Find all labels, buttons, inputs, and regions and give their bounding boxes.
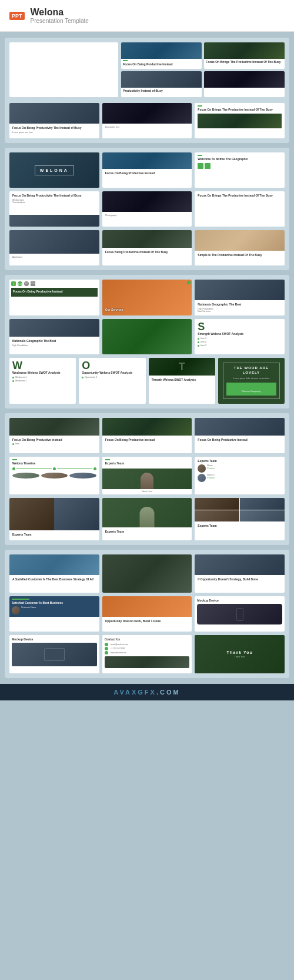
swot-o-letter: O bbox=[82, 360, 142, 371]
s3r1-2-title: Our Services bbox=[105, 308, 123, 312]
discover-btn[interactable]: Discover Geography bbox=[242, 390, 260, 393]
section4-row1: Focus On Being Productive Instead Item F… bbox=[9, 418, 285, 453]
s4r2-2-title: Experts Team bbox=[105, 461, 189, 466]
section5-row3: Mockup Device Contact Us email@welona.co… bbox=[9, 635, 285, 673]
slide-s4r2-2: Experts Team Name Here bbox=[102, 457, 192, 494]
slide-s3r1-1: ⚡ 4.5k 300 70% Focus On Being Productive… bbox=[9, 280, 99, 315]
slide-s3r2-3: S Strength Welona SWOT Analysis Item 1 I… bbox=[195, 319, 285, 354]
slide-s2r1-3: Welcome To Nofme The Geographic bbox=[195, 152, 285, 188]
thankyou-sub: Thank Yous bbox=[227, 656, 253, 658]
s2r2-3-title: Focus On Brings The Productive Instead O… bbox=[198, 194, 282, 198]
section-3: ⚡ 4.5k 300 70% Focus On Being Productive… bbox=[5, 275, 289, 408]
s3r3-1-title: Weakness Welona SWOT Analysis bbox=[12, 371, 73, 375]
s4r2-3-title: Experts Team bbox=[198, 459, 282, 463]
s5r3-2-title: Contact Us bbox=[105, 637, 190, 642]
preview1-title: Focus On Being Productive Instead bbox=[123, 62, 200, 67]
swot-s-letter: S bbox=[198, 321, 282, 332]
slide-s3r3-4: THE WOOD ARE LOVELY Lorem ipsum dolor si… bbox=[218, 358, 285, 403]
preview-4 bbox=[204, 71, 285, 98]
preview-3: Productivity Instead of Busy bbox=[121, 71, 202, 98]
section2-row2: Focus On Being Productivity The Instead … bbox=[9, 191, 285, 227]
preview3-title: Productivity Instead of Busy bbox=[123, 89, 200, 93]
slide-s5r3-2: Contact Us email@welona.com +1 234 567 8… bbox=[102, 635, 192, 673]
section4-row3: Experts Team Experts Team bbox=[9, 498, 285, 540]
slide-s5r1-1: A Satisfied Customer Is The Best Busines… bbox=[9, 554, 99, 593]
slide-s1r2-1: Focus On Being Productivity The Instead … bbox=[9, 103, 99, 138]
slide-s4r2-3: Experts Team Name Position Name 2 Positi… bbox=[195, 457, 285, 494]
slide-s3r2-1: Nationals Geographic The Best High Possi… bbox=[9, 319, 99, 354]
s3r3-3-title: Threath Welona SWOT Analysis bbox=[152, 378, 212, 382]
s5r2-1-title: Satisfied Customer Is Best Business bbox=[12, 601, 97, 605]
s1r2-1-title: Focus On Being Productivity The Instead … bbox=[12, 126, 96, 130]
slide-s2r3-1: AgriCulture bbox=[9, 230, 99, 265]
ppt-badge: PPT bbox=[9, 12, 25, 20]
s3r1-1-title: Focus On Being Productive Instead bbox=[13, 290, 96, 294]
avax-sub: .COM bbox=[156, 689, 181, 696]
slide-s2r2-1: Focus On Being Productivity The Instead … bbox=[9, 191, 99, 227]
header-title: Welona bbox=[31, 7, 89, 18]
s2r2-1-title: Focus On Being Productivity The Instead … bbox=[12, 194, 96, 198]
slide-s3r2-2 bbox=[102, 319, 192, 354]
slide-s5r2-3: Mockup Device bbox=[195, 596, 285, 632]
s3r3-2-title: Opportunity Welona SWOT Analysis bbox=[82, 371, 142, 375]
s4r2-1-title: Welona Timeline bbox=[12, 461, 96, 466]
s1r2-3-title: Focus On Brings The Productive Instead O… bbox=[198, 108, 282, 112]
slide-s2r3-3: Simple Is The Productive Instead Of The … bbox=[195, 230, 285, 265]
slide-s2r3-2: Focus Being Productive Instead Of The Bu… bbox=[102, 230, 192, 265]
section5-row1: A Satisfied Customer Is The Best Busines… bbox=[9, 554, 285, 593]
preview-2: Focus On Brings The Productive Instead O… bbox=[204, 42, 285, 69]
s5r3-1-title: Mockup Device bbox=[12, 637, 97, 642]
section1-row2: Focus On Being Productivity The Instead … bbox=[9, 103, 285, 138]
slide-s5r1-2 bbox=[102, 554, 192, 593]
section4-row2: Welona Timeline bbox=[9, 457, 285, 494]
s2r1-2-title: Focus On Being Productive Instead bbox=[105, 171, 189, 175]
section2-row1: WELONA Focus On Being Productive Instead… bbox=[9, 152, 285, 188]
slide-s3r3-1: W Weakness Welona SWOT Analysis Weakness… bbox=[9, 358, 76, 403]
s3r2-3-title: Strength Welona SWOT Analysis bbox=[198, 332, 282, 336]
section5-row2: Satisfied Customer Is Best Business Cust… bbox=[9, 596, 285, 632]
welona-title: WELONA bbox=[42, 64, 86, 76]
slide-s4r2-1: Welona Timeline bbox=[9, 457, 99, 494]
section2-row3: AgriCulture Focus Being Productive Inste… bbox=[9, 230, 285, 265]
s3r1-3-title: Nationals Geographic The Best bbox=[198, 303, 282, 307]
slide-s3r3-3: T Threath Welona SWOT Analysis bbox=[149, 358, 215, 403]
slide-s1r2-2: Description text bbox=[102, 103, 192, 138]
header: PPT Welona Presentation Template bbox=[0, 0, 294, 32]
slide-s5r2-1: Satisfied Customer Is Best Business Cust… bbox=[9, 596, 99, 632]
s5r2-3-title: Mockup Device bbox=[197, 599, 282, 603]
section3-row2: Nationals Geographic The Best High Possi… bbox=[9, 319, 285, 354]
s4r3-3-title: Experts Team bbox=[198, 524, 282, 528]
preview-1: Focus On Being Productive Instead bbox=[121, 42, 202, 69]
slide-s2r1-2: Focus On Being Productive Instead bbox=[102, 152, 192, 188]
section-1: WELONA Focus On Being Productive Instead… bbox=[5, 38, 289, 143]
large-preview-row: WELONA Focus On Being Productive Instead… bbox=[9, 42, 285, 97]
slide-s2r2-2: Photography bbox=[102, 191, 192, 227]
s5r2-2-title: Opportunity Doesn't work, Build 1 Done bbox=[105, 619, 189, 623]
thankyou-slide: Thank You Thank Yous bbox=[195, 635, 285, 673]
preview-grid: Focus On Being Productive Instead Focus … bbox=[121, 42, 285, 97]
s5r1-3-title: If Opportunity Doesn't Strategy, Build D… bbox=[198, 577, 282, 582]
thankyou-heading: Thank You bbox=[227, 650, 253, 655]
s4r1-1-title: Focus On Being Productive Instead bbox=[12, 438, 96, 442]
welona-main-slide: WELONA bbox=[9, 42, 118, 97]
s4r3-2-title: Experts Team bbox=[105, 530, 189, 534]
slide-s5r1-3: If Opportunity Doesn't Strategy, Build D… bbox=[195, 554, 285, 593]
slide-s4r1-2: Focus On Being Productive Instead bbox=[102, 418, 192, 453]
s4r1-3-title: Focus On Being Productive Instead bbox=[198, 438, 282, 442]
section-4: Focus On Being Productive Instead Item F… bbox=[5, 413, 289, 545]
slide-s5r3-1: Mockup Device bbox=[9, 635, 99, 673]
slide-s2r2-3: Focus On Brings The Productive Instead O… bbox=[195, 191, 285, 227]
avax-text: AVAXGFX bbox=[113, 689, 156, 696]
slide-s5r2-2: Opportunity Doesn't work, Build 1 Done bbox=[102, 596, 192, 632]
section3-row1: ⚡ 4.5k 300 70% Focus On Being Productive… bbox=[9, 280, 285, 315]
slide-s3r1-3: Nationals Geographic The Best High Possi… bbox=[195, 280, 285, 315]
welona-2-title: WELONA bbox=[35, 165, 74, 175]
s5r1-1-title: A Satisfied Customer Is The Best Busines… bbox=[12, 577, 96, 582]
s4r3-1-title: Experts Team bbox=[12, 533, 96, 537]
slide-s4r3-1: Experts Team bbox=[9, 498, 99, 540]
slide-s1r2-3: Focus On Brings The Productive Instead O… bbox=[195, 103, 285, 138]
s2r3-2-title: Focus Being Productive Instead Of The Bu… bbox=[105, 250, 189, 254]
swot-w-letter: W bbox=[12, 360, 73, 371]
slide-s4r1-3: Focus On Being Productive Instead bbox=[195, 418, 285, 453]
section3-row3: W Weakness Welona SWOT Analysis Weakness… bbox=[9, 358, 285, 403]
